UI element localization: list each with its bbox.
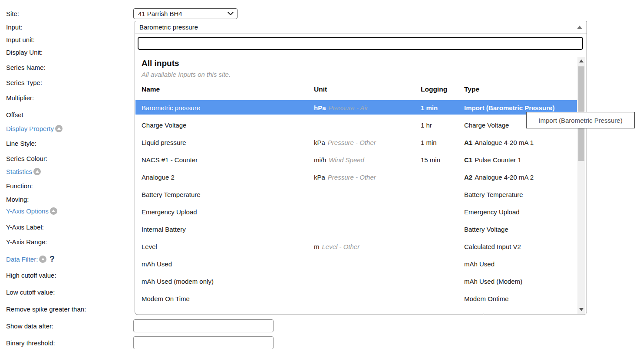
cell-type: A2Analogue 4-20 mA 2 bbox=[464, 174, 534, 181]
input-combobox[interactable]: Barometric pressure bbox=[135, 21, 587, 33]
data-filter-link-text: Data Filter: bbox=[6, 256, 38, 263]
y-axis-options-link-text: Y-Axis Options bbox=[6, 207, 49, 215]
label-y-axis-range: Y-Axis Range: bbox=[6, 238, 47, 246]
header-name: Name bbox=[142, 85, 160, 93]
type-name: Battery Temperature bbox=[464, 191, 523, 198]
input-row[interactable]: Internal Battery Battery Voltage bbox=[135, 220, 577, 238]
display-property-link[interactable]: Display Property bbox=[6, 125, 63, 132]
label-y-axis-label: Y-Axis Label: bbox=[6, 223, 44, 231]
header-type: Type bbox=[464, 85, 479, 93]
input-row[interactable]: Emergency Upload Emergency Upload bbox=[135, 203, 577, 220]
label-input-text: Input: bbox=[6, 23, 23, 31]
cell-type: Calculated Input V2 bbox=[464, 243, 521, 250]
input-combobox-value: Barometric pressure bbox=[139, 23, 198, 31]
cell-type: Emergency Upload bbox=[464, 208, 520, 216]
label-site-text: Site: bbox=[6, 10, 19, 17]
cell-unit: mLevel - Other bbox=[314, 243, 359, 250]
header-unit: Unit bbox=[314, 85, 327, 93]
type-prefix: C2 bbox=[464, 312, 472, 315]
scrollbar-track[interactable] bbox=[577, 57, 585, 314]
type-name: Pulse Counter 2 bbox=[475, 312, 521, 315]
cell-name: mAh Used bbox=[142, 260, 172, 268]
tooltip: Import (Barometric Pressure) bbox=[526, 112, 635, 128]
unit-code: m bbox=[314, 243, 320, 250]
collapse-up-icon[interactable] bbox=[33, 168, 41, 175]
input-row[interactable]: NACS #1 - Counter mi/hWind Speed 15 min … bbox=[135, 151, 577, 168]
cell-type: A1Analogue 4-20 mA 1 bbox=[464, 139, 534, 146]
type-name: Import (Barometric Pressure) bbox=[464, 104, 554, 111]
cell-type: Battery Temperature bbox=[464, 191, 523, 198]
help-icon[interactable]: ? bbox=[49, 254, 55, 264]
input-row[interactable]: Analogue 2 kPaPressure - Other A2Analogu… bbox=[135, 168, 577, 186]
up-triangle-icon bbox=[57, 127, 61, 130]
type-name: mAh Used (Modem) bbox=[464, 278, 522, 285]
statistics-link[interactable]: Statistics bbox=[6, 168, 41, 175]
type-name: Calculated Input V2 bbox=[464, 243, 521, 250]
binary-threshold-input[interactable] bbox=[133, 336, 274, 349]
inputs-list-subtitle: All available Inputs on this site. bbox=[142, 71, 231, 78]
type-name: Charge Voltage bbox=[464, 121, 509, 129]
cell-type: Modem Ontime bbox=[464, 295, 509, 302]
cell-name: Liquid pressure bbox=[142, 139, 186, 146]
cell-type: Import (Barometric Pressure) bbox=[464, 104, 554, 111]
label-series-colour-text: Series Colour: bbox=[6, 155, 47, 162]
cell-logging: 1 hr bbox=[421, 121, 432, 129]
label-y-axis-range-text: Y-Axis Range: bbox=[6, 238, 47, 246]
site-select[interactable]: 41 Parrish BH4 bbox=[133, 8, 237, 19]
unit-code: hPa bbox=[314, 104, 326, 111]
unit-category: Pressure - Other bbox=[328, 174, 376, 181]
cell-logging: 1 min bbox=[421, 139, 437, 146]
type-name: mAh Used bbox=[464, 260, 495, 268]
label-low-cutoff-text: Low cutoff value: bbox=[6, 289, 55, 296]
input-row-selected[interactable]: Barometric pressure hPaPressure - Air 1 … bbox=[135, 100, 577, 115]
collapse-up-icon[interactable] bbox=[39, 256, 46, 263]
input-row[interactable]: Battery Temperature Battery Temperature bbox=[135, 186, 577, 203]
up-triangle-icon bbox=[52, 210, 55, 212]
label-multiplier-text: Multiplier: bbox=[6, 94, 34, 102]
cell-name: Internal Battery bbox=[142, 226, 186, 233]
input-row[interactable]: Modem On Time Modem Ontime bbox=[135, 290, 577, 307]
inputs-table-header: Name Unit Logging Type bbox=[135, 85, 577, 94]
scroll-up-icon[interactable] bbox=[577, 26, 582, 29]
cell-type: C1Pulse Counter 1 bbox=[464, 156, 521, 164]
unit-category: Wind Speed bbox=[329, 156, 364, 164]
label-series-name: Series Name: bbox=[6, 64, 46, 71]
label-series-type: Series Type: bbox=[6, 79, 42, 86]
tooltip-text: Import (Barometric Pressure) bbox=[538, 117, 622, 124]
label-site: Site: bbox=[6, 10, 19, 17]
unit-category: Level - Other bbox=[322, 243, 360, 250]
type-name: Emergency Upload bbox=[464, 208, 520, 216]
cell-name: Charge Voltage bbox=[142, 121, 186, 129]
type-prefix: A1 bbox=[464, 139, 472, 146]
unit-code: kPa bbox=[314, 174, 325, 181]
type-name: Pulse Counter 1 bbox=[475, 156, 521, 164]
label-high-cutoff-text: High cutoff value: bbox=[6, 272, 56, 279]
cell-logging: 1 min bbox=[421, 104, 438, 111]
input-search-field[interactable] bbox=[138, 37, 583, 50]
cell-name: Analogue 2 bbox=[142, 174, 175, 181]
cell-unit: mi/hWind Speed bbox=[314, 156, 364, 164]
input-row[interactable]: Liquid pressure kPaPressure - Other 1 mi… bbox=[135, 134, 577, 151]
label-low-cutoff: Low cutoff value: bbox=[6, 289, 55, 296]
unit-category: Pressure - Other bbox=[328, 139, 376, 146]
input-row[interactable]: Charge Voltage 1 hr Charge Voltage bbox=[135, 116, 577, 134]
input-row[interactable]: mAh Used (modem only) mAh Used (Modem) bbox=[135, 272, 577, 290]
input-row[interactable]: Level mLevel - Other Calculated Input V2 bbox=[135, 238, 577, 255]
cell-unit: hPaPressure - Air bbox=[314, 104, 368, 111]
data-filter-link[interactable]: Data Filter: ? bbox=[6, 254, 55, 264]
cell-name: mAh Used (modem only) bbox=[142, 278, 214, 285]
show-data-after-input[interactable] bbox=[133, 319, 274, 332]
collapse-up-icon[interactable] bbox=[55, 125, 63, 132]
label-remove-spike: Remove spike greater than: bbox=[6, 305, 86, 313]
scroll-up-icon[interactable] bbox=[579, 59, 584, 62]
input-row[interactable]: mAh Used mAh Used bbox=[135, 255, 577, 272]
up-triangle-icon bbox=[41, 258, 45, 260]
label-offset-text: Offset bbox=[6, 111, 23, 118]
chevron-down-icon bbox=[228, 12, 234, 16]
cell-type: mAh Used (Modem) bbox=[464, 278, 522, 285]
y-axis-options-link[interactable]: Y-Axis Options bbox=[6, 207, 57, 215]
scroll-down-icon[interactable] bbox=[579, 308, 584, 311]
input-dropdown-panel: Barometric pressure All inputs All avail… bbox=[135, 21, 587, 315]
collapse-up-icon[interactable] bbox=[50, 207, 57, 215]
input-row[interactable]: NACS #2 - Counter C2Pulse Counter 2 bbox=[135, 307, 577, 314]
